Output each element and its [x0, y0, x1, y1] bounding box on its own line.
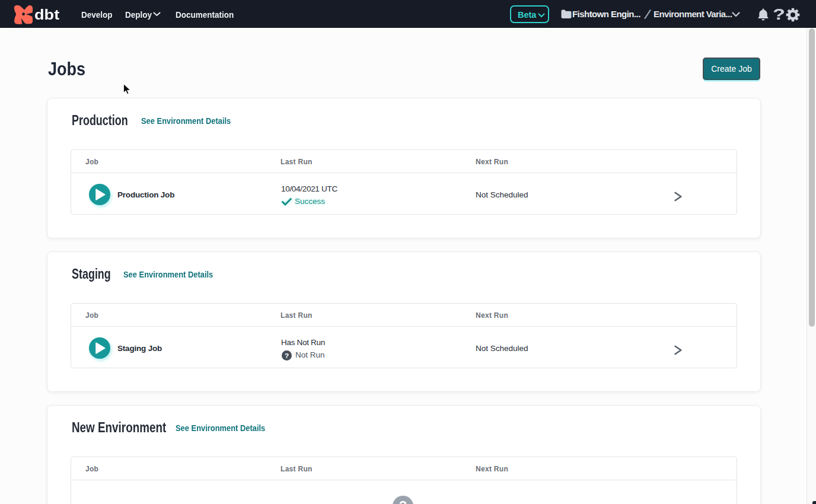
svg-text:?: ? — [285, 351, 289, 359]
